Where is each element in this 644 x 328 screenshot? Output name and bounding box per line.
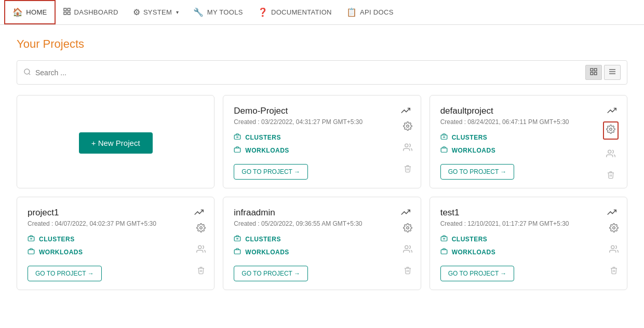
api-docs-icon: 📋 bbox=[346, 7, 357, 17]
clusters-icon bbox=[440, 133, 448, 142]
search-bar bbox=[17, 60, 627, 85]
new-project-button[interactable]: + New Project bbox=[79, 132, 153, 154]
trend-icon bbox=[194, 208, 204, 219]
card-links: CLUSTERS WORKLOADS bbox=[440, 235, 616, 256]
card-info: Demo-Project Created : 03/22/2022, 04:31… bbox=[234, 106, 363, 133]
card-title: Demo-Project bbox=[234, 106, 363, 116]
delete-icon[interactable] bbox=[197, 266, 205, 278]
clusters-icon bbox=[234, 133, 241, 142]
nav-system[interactable]: ⚙ SYSTEM ▾ bbox=[126, 0, 186, 24]
nav-system-label: SYSTEM bbox=[143, 8, 172, 16]
nav-apidocs[interactable]: 📋 API DOCS bbox=[339, 0, 401, 24]
card-header: Demo-Project Created : 03/22/2022, 04:31… bbox=[234, 106, 410, 133]
nav-dashboard[interactable]: DASHBOARD bbox=[56, 0, 126, 24]
card-created: Created : 08/24/2021, 06:47:11 PM GMT+5:… bbox=[440, 118, 569, 126]
delete-icon[interactable] bbox=[404, 164, 412, 176]
project-card-test1: test1 Created : 12/10/2021, 01:17:27 PM … bbox=[430, 197, 627, 290]
svg-rect-16 bbox=[234, 148, 240, 152]
view-toggle bbox=[585, 65, 621, 80]
nav-mytools-label: MY TOOLS bbox=[207, 8, 243, 16]
members-icon[interactable] bbox=[609, 244, 619, 256]
card-header: project1 Created : 04/07/2022, 04:02:37 … bbox=[28, 208, 204, 235]
search-input[interactable] bbox=[35, 69, 585, 77]
svg-rect-7 bbox=[594, 69, 597, 71]
members-icon[interactable] bbox=[606, 149, 615, 161]
card-actions bbox=[403, 223, 412, 278]
svg-rect-40 bbox=[441, 250, 447, 254]
svg-point-41 bbox=[613, 227, 615, 229]
card-info: defaultproject Created : 08/24/2021, 06:… bbox=[440, 106, 569, 133]
list-view-button[interactable] bbox=[604, 65, 621, 80]
delete-icon[interactable] bbox=[404, 266, 412, 278]
card-actions bbox=[403, 121, 412, 176]
card-info: test1 Created : 12/10/2021, 01:17:27 PM … bbox=[440, 208, 569, 235]
main-content: Your Projects + New Project De bbox=[0, 25, 644, 303]
card-actions bbox=[603, 121, 619, 182]
svg-point-24 bbox=[608, 150, 611, 153]
svg-point-17 bbox=[406, 125, 409, 128]
go-to-project-button[interactable]: GO TO PROJECT → bbox=[28, 266, 102, 281]
nav-home-label: HOME bbox=[26, 8, 47, 16]
trend-icon bbox=[401, 208, 410, 219]
help-icon: ❓ bbox=[258, 7, 268, 17]
search-left bbox=[23, 68, 585, 77]
clusters-link[interactable]: CLUSTERS bbox=[440, 235, 616, 243]
card-title: test1 bbox=[440, 208, 569, 218]
nav-mytools[interactable]: 🔧 MY TOOLS bbox=[186, 0, 250, 24]
workloads-icon bbox=[28, 248, 35, 256]
svg-rect-2 bbox=[64, 12, 66, 15]
settings-icon[interactable] bbox=[603, 121, 619, 140]
workloads-link[interactable]: WORKLOADS bbox=[440, 248, 616, 256]
nav-home[interactable]: 🏠 HOME bbox=[4, 0, 56, 24]
svg-rect-9 bbox=[594, 72, 597, 75]
new-project-card: + New Project bbox=[17, 95, 214, 188]
workloads-link[interactable]: WORKLOADS bbox=[440, 146, 616, 155]
members-icon[interactable] bbox=[403, 244, 412, 256]
delete-icon[interactable] bbox=[607, 170, 615, 182]
grid-view-button[interactable] bbox=[585, 65, 602, 80]
project-card-project1: project1 Created : 04/07/2022, 04:02:37 … bbox=[17, 197, 214, 290]
go-to-project-button[interactable]: GO TO PROJECT → bbox=[234, 266, 308, 281]
clusters-link[interactable]: CLUSTERS bbox=[234, 133, 410, 142]
svg-point-4 bbox=[24, 69, 30, 74]
card-title: defaultproject bbox=[440, 106, 569, 116]
card-actions bbox=[609, 223, 619, 278]
workloads-icon bbox=[440, 146, 448, 155]
go-to-project-button[interactable]: GO TO PROJECT → bbox=[440, 266, 515, 281]
svg-rect-1 bbox=[68, 8, 70, 11]
go-to-project-button[interactable]: GO TO PROJECT → bbox=[234, 164, 308, 180]
svg-point-23 bbox=[610, 128, 612, 131]
clusters-link[interactable]: CLUSTERS bbox=[440, 133, 616, 142]
svg-rect-34 bbox=[234, 250, 240, 254]
workloads-link[interactable]: WORKLOADS bbox=[28, 248, 204, 256]
project-card-defaultproject: defaultproject Created : 08/24/2021, 06:… bbox=[430, 95, 627, 188]
clusters-icon bbox=[440, 235, 448, 243]
card-header: defaultproject Created : 08/24/2021, 06:… bbox=[440, 106, 616, 133]
navbar: 🏠 HOME DASHBOARD ⚙ SYSTEM ▾ 🔧 MY TOOLS ❓… bbox=[0, 0, 644, 25]
svg-point-42 bbox=[611, 245, 614, 249]
settings-icon[interactable] bbox=[196, 223, 206, 235]
svg-rect-3 bbox=[68, 12, 70, 15]
card-created: Created : 05/20/2022, 09:36:55 AM GMT+5:… bbox=[234, 220, 362, 227]
card-links: CLUSTERS WORKLOADS bbox=[440, 133, 616, 155]
nav-apidocs-label: API DOCS bbox=[360, 8, 394, 16]
delete-icon[interactable] bbox=[610, 266, 618, 278]
workloads-link[interactable]: WORKLOADS bbox=[234, 146, 410, 155]
members-icon[interactable] bbox=[403, 143, 412, 155]
home-icon: 🏠 bbox=[12, 7, 23, 17]
nav-documentation[interactable]: ❓ DOCUMENTATION bbox=[250, 0, 339, 24]
settings-icon[interactable] bbox=[403, 121, 412, 133]
svg-point-18 bbox=[405, 144, 408, 147]
svg-rect-6 bbox=[591, 69, 593, 71]
trend-icon bbox=[401, 106, 410, 117]
svg-point-30 bbox=[198, 245, 202, 249]
go-to-project-button[interactable]: GO TO PROJECT → bbox=[440, 164, 515, 180]
settings-icon[interactable] bbox=[403, 223, 412, 235]
card-info: project1 Created : 04/07/2022, 04:02:37 … bbox=[28, 208, 156, 235]
settings-icon[interactable] bbox=[609, 223, 619, 235]
card-created: Created : 04/07/2022, 04:02:37 PM GMT+5:… bbox=[28, 220, 156, 227]
clusters-link[interactable]: CLUSTERS bbox=[28, 235, 204, 243]
workloads-link[interactable]: WORKLOADS bbox=[234, 248, 410, 256]
members-icon[interactable] bbox=[196, 244, 206, 256]
clusters-link[interactable]: CLUSTERS bbox=[234, 235, 410, 243]
